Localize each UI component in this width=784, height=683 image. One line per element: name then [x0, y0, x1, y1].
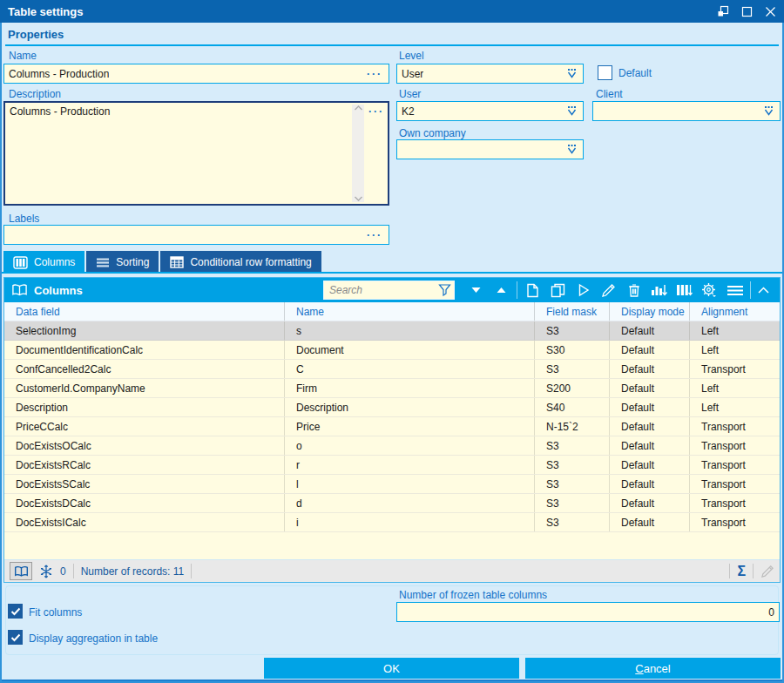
user-dropdown-icon[interactable] [565, 105, 578, 118]
own-company-dropdown-icon[interactable] [565, 143, 578, 156]
table-cell: S3 [534, 456, 609, 474]
description-scrollbar[interactable] [352, 105, 364, 202]
labels-ellipsis-button[interactable]: ··· [365, 231, 384, 240]
ok-button[interactable]: OK [264, 658, 519, 679]
user-label: User [399, 88, 421, 100]
column-header[interactable]: Field mask [534, 302, 609, 321]
grid-toolbar [463, 280, 773, 301]
table-cell: Default [609, 494, 689, 512]
statusbar-separator [191, 564, 192, 578]
search-input[interactable] [323, 281, 455, 300]
sigma-icon[interactable]: Σ [737, 565, 746, 578]
column-header[interactable]: Name [284, 302, 534, 321]
table-row[interactable]: SelectionImg s S3 Default Left [4, 321, 780, 341]
scroll-up-icon[interactable] [354, 105, 363, 112]
name-field[interactable]: Columns - Production ··· [3, 64, 389, 84]
aggregation-chart-icon[interactable] [646, 280, 672, 301]
level-dropdown-icon[interactable] [565, 67, 578, 80]
table-cell: S3 [534, 513, 609, 531]
maximize-icon[interactable] [741, 6, 753, 17]
tab-sorting-label: Sorting [116, 256, 149, 268]
table-cell: CustomerId.CompanyName [4, 379, 284, 397]
titlebar: Table settings [0, 0, 784, 23]
table-cell: Description [284, 398, 534, 416]
tab-columns-label: Columns [34, 256, 75, 268]
table-cell: Default [609, 341, 689, 359]
name-ellipsis-button[interactable]: ··· [365, 70, 384, 78]
edit-pencil-icon[interactable] [760, 565, 774, 578]
open-book-icon [11, 283, 28, 297]
close-icon[interactable] [765, 6, 776, 17]
copy-record-icon[interactable] [545, 280, 571, 301]
delete-record-icon[interactable] [621, 280, 646, 301]
menu-lines-icon[interactable] [722, 280, 747, 301]
table-row[interactable]: DocumentIdentificationCalc Document S30 … [4, 341, 780, 360]
scroll-down-icon[interactable] [354, 195, 363, 202]
cancel-button[interactable]: Cancel [525, 658, 781, 679]
grid-panel-title: Columns [34, 284, 83, 297]
column-header[interactable]: Data field [4, 302, 284, 321]
table-cell: Transport [689, 513, 780, 531]
table-row[interactable]: ConfCancelled2Calc C S3 Default Transpor… [4, 360, 780, 379]
table-cell: DocExistsRCalc [4, 456, 284, 474]
float-window-icon[interactable] [717, 5, 729, 17]
frozen-columns-input[interactable]: 0 [396, 602, 780, 622]
table-empty-area [4, 532, 780, 559]
level-dropdown[interactable]: User [396, 64, 584, 84]
table-cell: Transport [689, 456, 780, 474]
new-record-icon[interactable] [520, 280, 545, 301]
user-dropdown[interactable]: K2 [396, 101, 584, 121]
grid-panel-header: Columns [4, 278, 780, 302]
grid-icon [170, 256, 184, 268]
table-body: SelectionImg s S3 Default Left DocumentI… [4, 321, 780, 532]
labels-field[interactable]: ··· [3, 225, 389, 245]
labels-label: Labels [9, 213, 39, 225]
snowflake-icon[interactable] [39, 565, 53, 578]
client-dropdown[interactable] [592, 101, 781, 121]
collapse-chevron-icon[interactable] [754, 280, 773, 301]
display-aggregation-label: Display aggregation in table [29, 632, 158, 645]
section-divider [5, 44, 779, 46]
table-header-row[interactable]: Data field Name Field mask Display mode … [4, 302, 780, 321]
display-aggregation-checkbox[interactable] [8, 630, 23, 645]
table-row[interactable]: DocExistsRCalc r S3 Default Transport [4, 456, 780, 475]
fit-columns-checkbox[interactable] [8, 604, 23, 619]
description-ellipsis-button[interactable]: ··· [368, 105, 384, 118]
level-value: User [402, 68, 423, 80]
tab-columns[interactable]: Columns [3, 251, 84, 274]
filter-funnel-icon[interactable] [438, 283, 451, 296]
description-field[interactable]: Columns - Production ··· [3, 101, 389, 206]
table-cell: Default [609, 398, 689, 416]
tab-sorting[interactable]: Sorting [86, 251, 159, 274]
table-row[interactable]: DocExistsSCalc l S3 Default Transport [4, 475, 780, 494]
settings-gear-icon[interactable] [697, 280, 722, 301]
default-checkbox[interactable] [598, 65, 612, 80]
table-cell: l [284, 475, 534, 493]
move-down-icon[interactable] [463, 280, 489, 301]
own-company-dropdown[interactable] [396, 139, 584, 159]
table-cell: Description [4, 398, 284, 416]
client-dropdown-icon[interactable] [762, 105, 775, 118]
table-cell: S3 [534, 321, 609, 340]
table-cell: Left [689, 379, 780, 397]
run-icon[interactable] [571, 280, 596, 301]
table-row[interactable]: DocExistsDCalc d S3 Default Transport [4, 494, 780, 513]
column-layout-icon[interactable] [672, 280, 697, 301]
table-cell: Default [609, 475, 689, 493]
column-header[interactable]: Alignment [689, 302, 780, 321]
table-row[interactable]: DocExistsOCalc o S3 Default Transport [4, 436, 780, 456]
table-row[interactable]: Description Description S40 Default Left [4, 398, 780, 417]
table-row[interactable]: DocExistsICalc i S3 Default Transport [4, 513, 780, 532]
card-view-toggle-button[interactable] [10, 562, 32, 580]
table-cell: S40 [534, 398, 609, 416]
table-cell: Default [609, 321, 689, 340]
table-row[interactable]: CustomerId.CompanyName Firm S200 Default… [4, 379, 780, 398]
table-row[interactable]: PriceCCalc Price N-15`2 Default Transpor… [4, 417, 780, 436]
table-cell: o [284, 436, 534, 455]
move-up-icon[interactable] [489, 280, 514, 301]
check-icon [10, 633, 21, 642]
tab-conditional-row-formatting[interactable]: Conditional row formatting [160, 251, 321, 274]
column-header[interactable]: Display mode [609, 302, 689, 321]
table-cell: DocExistsDCalc [4, 494, 284, 512]
edit-record-icon[interactable] [596, 280, 621, 301]
